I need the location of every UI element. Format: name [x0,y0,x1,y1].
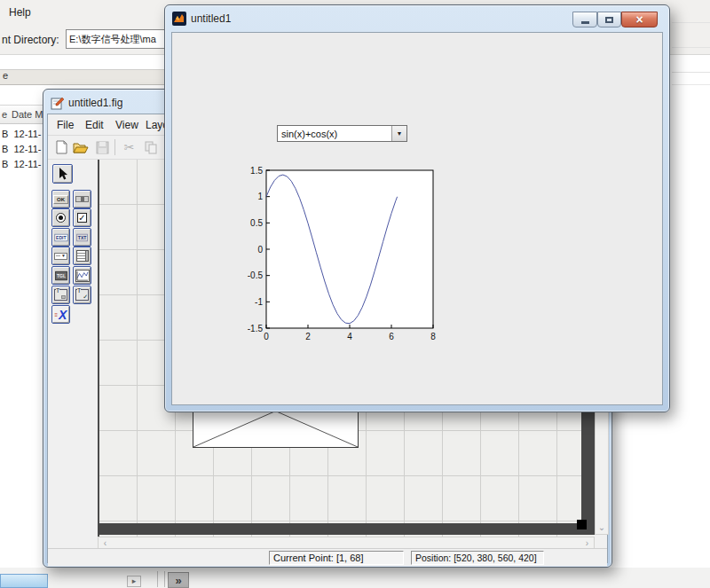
palette-edit-text[interactable]: EDIT [51,228,70,247]
toggle-button-icon: TGL [55,270,67,279]
minimize-icon [581,21,589,24]
svg-text:2: 2 [305,332,311,341]
minimize-button[interactable] [572,12,597,27]
start-expand-button[interactable]: » [168,572,189,588]
palette-static-text[interactable]: TXT [73,228,91,247]
menu-edit[interactable]: Edit [82,117,107,133]
maximize-button[interactable] [597,12,621,27]
checkbox-icon: ✓ [77,213,87,223]
static-text-icon: TXT [76,233,88,241]
button-group-icon: T ✓ [75,289,89,301]
listbox-icon [76,250,89,262]
divider [157,571,158,587]
scroll-right-button[interactable]: ▸ [127,576,141,587]
matlab-desktop: Help nt Directory: E:\数字信号处理\ma e e Date… [0,0,710,588]
close-button[interactable]: × [621,12,658,27]
chevron-down-icon: ▼ [397,130,403,137]
slider-icon [75,196,89,202]
guide-fig-icon [51,97,64,110]
palette-radiobutton[interactable] [51,208,70,227]
palette-listbox[interactable] [73,247,91,265]
menu-file[interactable]: File [53,117,77,133]
svg-text:1.5: 1.5 [250,166,263,176]
palette-button-group[interactable]: T ✓ [73,286,91,304]
svg-text:8: 8 [430,332,436,341]
open-folder-icon[interactable] [72,139,89,155]
guide-window-title: untitled1.fig [68,97,122,109]
file-list-header-col1: e [2,109,7,120]
axes-icon [75,270,90,282]
guide-statusbar: Current Point: [1, 68] Position: [520, 3… [48,548,607,566]
svg-text:0.5: 0.5 [250,218,263,228]
figure-window: untitled1 × sin(x)+cos(x) ▼ 02468-1.5-1-… [164,4,670,412]
guide-window-titlebar[interactable]: untitled1.fig [51,95,122,111]
svg-text:4: 4 [347,332,352,341]
svg-text:0: 0 [264,332,269,341]
palette-pushbutton[interactable]: OK [51,190,70,208]
taskbar-blue-item[interactable] [0,574,48,588]
function-popup-menu[interactable]: sin(x)+cos(x) ▼ [277,125,407,142]
pane-toolbar-strip: e [0,69,165,85]
file-list-header-col2: Date M [12,109,43,120]
status-position: Position: [520, 380, 560, 420] [411,551,544,565]
copy-icon[interactable] [142,139,159,155]
activex-icon: ≡X [55,309,67,321]
palette-panel[interactable]: T [51,286,70,304]
file-row[interactable]: B 12-11- [2,159,41,169]
divider [672,22,710,23]
panel-icon: T [54,289,67,301]
popup-dropdown-button[interactable]: ▼ [391,126,406,141]
svg-text:6: 6 [389,332,394,341]
svg-text:-1: -1 [255,297,263,307]
figure-window-title: untitled1 [191,12,231,25]
current-directory-value: E:\数字信号处理\ma [69,33,156,46]
divider [672,47,710,48]
axes-plot[interactable]: 02468-1.5-1-0.500.511.5 [231,164,438,347]
cursor-arrow-icon [56,167,69,181]
chevrons-icon: » [175,575,181,586]
resize-handle[interactable] [577,520,587,529]
file-row[interactable]: B 12-11- [2,144,41,154]
popup-menu-icon: ▼ [54,253,67,260]
palette-toggle-button[interactable]: TGL [51,266,70,285]
figure-client: sin(x)+cos(x) ▼ 02468-1.5-1-0.500.511.5 [171,32,663,405]
palette-checkbox[interactable]: ✓ [73,208,91,227]
matlab-logo-icon [172,12,186,26]
guide-component-palette: OK ✓ EDIT [48,160,98,537]
divider [672,72,710,73]
palette-axes[interactable] [73,266,91,285]
figure-boundary-bottom[interactable] [98,523,595,535]
pushbutton-icon: OK [53,195,68,204]
status-current-point: Current Point: [1, 68] [269,551,404,565]
maximize-icon [605,17,613,23]
palette-popup-menu[interactable]: ▼ [51,247,70,265]
pane-text: e [3,70,8,81]
new-file-icon[interactable] [53,139,70,155]
scrollbar-down-arrow-icon[interactable]: ⌄ [596,521,608,534]
current-directory-label: nt Directory: [2,34,59,46]
edit-text-icon: EDIT [54,233,67,241]
svg-text:-1.5: -1.5 [248,324,264,333]
menu-view[interactable]: View [112,117,142,133]
radio-icon [56,213,66,223]
palette-activex[interactable]: ≡X [51,305,70,324]
save-icon[interactable] [94,139,111,155]
desktop-bottom-strip [0,568,710,588]
close-icon: × [635,13,643,26]
svg-text:-0.5: -0.5 [248,270,264,280]
palette-slider[interactable] [73,190,91,208]
cut-icon[interactable]: ✂ [121,139,138,155]
popup-selected-value: sin(x)+cos(x) [278,129,391,139]
palette-select-tool[interactable] [52,164,73,184]
current-directory-combobox[interactable]: E:\数字信号处理\ma [66,29,165,49]
scroll-right-arrow-icon: ▸ [132,577,137,585]
figure-window-titlebar[interactable]: untitled1 [172,11,231,27]
svg-text:0: 0 [257,245,263,255]
toolbar-separator [114,139,115,155]
file-row[interactable]: B 12-11- [2,129,41,139]
divider [164,571,165,587]
divider [672,84,710,85]
menu-help[interactable]: Help [9,6,31,19]
svg-text:1: 1 [257,192,263,201]
